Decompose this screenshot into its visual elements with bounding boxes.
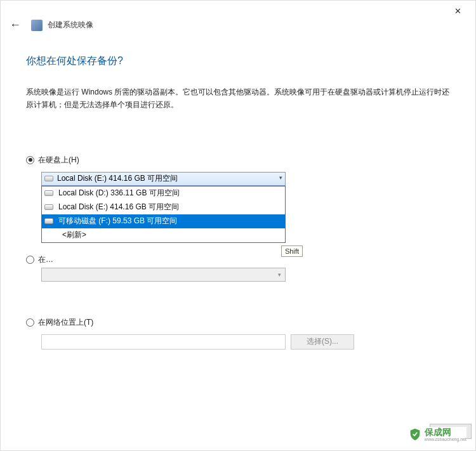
tooltip-shift: Shift xyxy=(281,245,303,257)
watermark: 保成网 www.zsbaocheng.net xyxy=(408,427,466,441)
dvd-combo[interactable]: ▾ xyxy=(41,268,286,282)
option-hard-disk[interactable]: 在硬盘上(H) xyxy=(26,155,450,166)
hard-disk-combo[interactable]: Local Disk (E:) 414.16 GB 可用空间 ▾ xyxy=(41,172,286,186)
combo-item-refresh[interactable]: <刷新> xyxy=(42,228,285,242)
window-title: 创建系统映像 xyxy=(48,20,93,30)
app-icon xyxy=(31,20,43,31)
radio-network[interactable] xyxy=(26,318,34,327)
hard-disk-combo-list: Local Disk (D:) 336.11 GB 可用空间 Local Dis… xyxy=(41,186,286,243)
back-arrow-icon[interactable]: ← xyxy=(10,18,31,32)
option-dvd-label: 在… xyxy=(38,254,53,265)
network-path-input[interactable] xyxy=(41,334,286,350)
option-hard-disk-label: 在硬盘上(H) xyxy=(38,155,79,166)
combo-item-d[interactable]: Local Disk (D:) 336.11 GB 可用空间 xyxy=(42,186,285,200)
radio-hard-disk[interactable] xyxy=(26,156,34,164)
option-dvd[interactable]: 在… xyxy=(26,254,53,265)
window-header: ← 创建系统映像 xyxy=(1,1,475,42)
disk-icon xyxy=(44,190,53,196)
option-network-label: 在网络位置上(T) xyxy=(38,317,93,328)
combo-item-e[interactable]: Local Disk (E:) 414.16 GB 可用空间 xyxy=(42,200,285,214)
close-icon: ✕ xyxy=(454,6,461,16)
disk-icon xyxy=(44,176,53,181)
chevron-down-icon: ▾ xyxy=(279,174,282,181)
hard-disk-selected: Local Disk (E:) 414.16 GB 可用空间 xyxy=(57,173,178,184)
watermark-url: www.zsbaocheng.net xyxy=(425,437,466,441)
select-network-button[interactable]: 选择(S)... xyxy=(291,334,354,350)
disk-icon xyxy=(44,204,53,210)
option-network[interactable]: 在网络位置上(T) xyxy=(26,317,450,328)
chevron-down-icon: ▾ xyxy=(278,271,281,278)
page-description: 系统映像是运行 Windows 所需的驱动器副本。它也可以包含其他驱动器。系统映… xyxy=(26,86,450,112)
disk-icon xyxy=(44,218,53,224)
shield-icon xyxy=(408,428,422,441)
combo-item-f[interactable]: 可移动磁盘 (F:) 59.53 GB 可用空间 xyxy=(42,214,285,228)
watermark-name: 保成网 xyxy=(425,427,451,437)
radio-dvd[interactable] xyxy=(26,256,34,264)
close-button[interactable]: ✕ xyxy=(445,3,470,18)
page-heading: 你想在何处保存备份? xyxy=(26,55,450,68)
